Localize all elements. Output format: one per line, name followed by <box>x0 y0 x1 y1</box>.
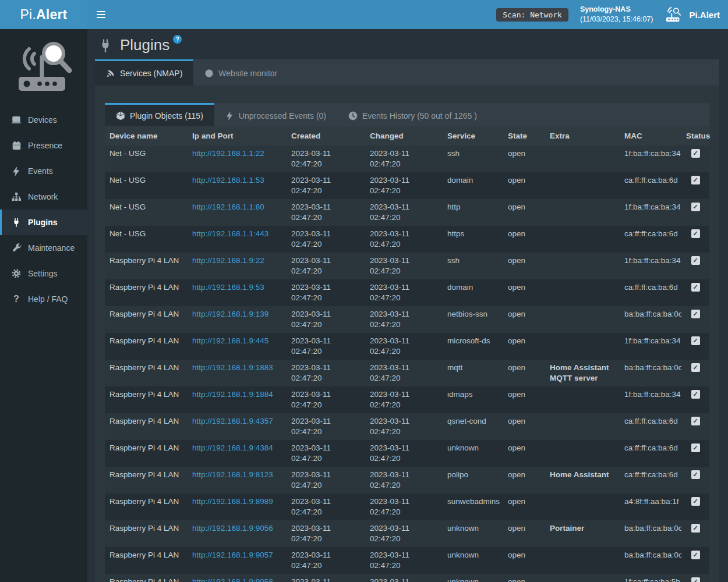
device-name-cell: Raspberry Pi 4 LAN <box>105 574 188 582</box>
sidebar-item-network[interactable]: Network <box>0 184 87 210</box>
ip-port-link[interactable]: http://192.168.1.9:9057 <box>192 551 273 559</box>
created-cell: 2023-03-11 02:47:20 <box>287 172 365 199</box>
status-checkbox[interactable] <box>691 524 700 533</box>
ip-port-link[interactable]: http://192.168.1.9:1884 <box>192 390 273 399</box>
column-header-created[interactable]: Created <box>287 126 365 146</box>
table-row: Net - USG http://192.168.1.1:22 2023-03-… <box>105 146 709 172</box>
status-checkbox[interactable] <box>691 577 700 582</box>
table-row: Net - USG http://192.168.1.1:80 2023-03-… <box>105 199 709 226</box>
table-row: Net - USG http://192.168.1.1:443 2023-03… <box>105 226 709 253</box>
brand-prefix: Pi. <box>20 7 36 23</box>
sidebar-item-events[interactable]: Events <box>0 158 87 184</box>
service-cell: qsnet-cond <box>443 413 503 440</box>
device-name-cell: Net - USG <box>105 226 188 253</box>
status-checkbox[interactable] <box>691 336 700 345</box>
device-name-cell: Raspberry Pi 4 LAN <box>105 279 188 306</box>
column-header-device-name[interactable]: Device name <box>105 126 188 146</box>
ip-port-link[interactable]: http://192.168.1.9:8989 <box>192 497 273 506</box>
state-cell: open <box>503 279 545 306</box>
sidebar-item-devices[interactable]: Devices <box>0 107 87 133</box>
status-checkbox[interactable] <box>691 497 700 506</box>
ip-port-link[interactable]: http://192.168.1.9:4384 <box>192 443 273 452</box>
ip-port-link[interactable]: http://192.168.1.9:53 <box>192 283 264 292</box>
subtab-plugin-objects[interactable]: Plugin Objects (115) <box>105 103 214 126</box>
signal-icon <box>106 69 115 78</box>
status-checkbox[interactable] <box>691 229 700 238</box>
ip-port-link[interactable]: http://192.168.1.9:9058 <box>192 577 273 582</box>
sidebar-toggle-button[interactable] <box>87 0 114 29</box>
column-header-state[interactable]: State <box>503 126 545 146</box>
status-checkbox[interactable] <box>691 551 700 559</box>
column-header-extra[interactable]: Extra <box>545 126 620 146</box>
status-checkbox[interactable] <box>691 310 700 318</box>
column-header-service[interactable]: Service <box>443 126 503 146</box>
tab-website-monitor[interactable]: Website monitor <box>193 59 288 86</box>
device-name-cell: Raspberry Pi 4 LAN <box>105 386 188 413</box>
changed-cell: 2023-03-11 02:47:20 <box>365 306 443 333</box>
subtab-unprocessed-events[interactable]: Unprocessed Events (0) <box>214 103 337 126</box>
status-checkbox[interactable] <box>691 363 700 372</box>
ip-port-link[interactable]: http://192.168.1.9:8123 <box>192 470 273 479</box>
extra-cell <box>545 226 620 253</box>
ip-port-link[interactable]: http://192.168.1.1:80 <box>192 203 264 211</box>
status-checkbox[interactable] <box>691 256 700 265</box>
header-brand[interactable]: Pi.Alert <box>665 6 720 23</box>
column-header-ip-port[interactable]: Ip and Port <box>188 126 287 146</box>
ip-port-link[interactable]: http://192.168.1.9:445 <box>192 336 268 345</box>
service-cell: unknown <box>443 520 503 547</box>
status-checkbox[interactable] <box>691 203 700 211</box>
sidebar-item-help[interactable]: ? Help / FAQ <box>0 286 87 312</box>
column-header-changed[interactable]: Changed <box>365 126 443 146</box>
service-cell: unknown <box>443 440 503 467</box>
service-cell: idmaps <box>443 386 503 413</box>
table-header-row: Device name Ip and Port Created Changed … <box>105 126 709 146</box>
extra-cell <box>545 279 620 306</box>
extra-cell: Home Assistant <box>545 467 620 494</box>
help-badge[interactable]: ? <box>173 35 182 44</box>
sidebar-item-presence[interactable]: Presence <box>0 133 87 158</box>
status-checkbox[interactable] <box>691 390 700 399</box>
subtab-events-history[interactable]: Events History (50 out of 1265 ) <box>337 103 488 126</box>
sidebar-item-plugins[interactable]: Plugins <box>0 210 87 235</box>
state-cell: open <box>503 574 545 582</box>
created-cell: 2023-03-11 02:47:20 <box>287 253 365 279</box>
changed-cell: 2023-03-11 02:47:20 <box>365 386 443 413</box>
sidebar-item-maintenance[interactable]: Maintenance <box>0 235 87 261</box>
wrench-icon <box>12 243 22 253</box>
ip-port-link[interactable]: http://192.168.1.9:9056 <box>192 524 273 533</box>
ip-port-link[interactable]: http://192.168.1.1:22 <box>192 149 264 158</box>
brand-logo[interactable]: Pi.Alert <box>0 0 87 29</box>
column-header-status[interactable]: Status <box>681 126 709 146</box>
table-row: Net - USG http://192.168.1.1:53 2023-03-… <box>105 172 709 199</box>
status-checkbox[interactable] <box>691 176 700 184</box>
table-row: Raspberry Pi 4 LAN http://192.168.1.9:43… <box>105 413 709 440</box>
changed-cell: 2023-03-11 02:47:20 <box>365 547 443 574</box>
status-checkbox[interactable] <box>691 443 700 452</box>
extra-cell <box>545 386 620 413</box>
ip-port-link[interactable]: http://192.168.1.1:53 <box>192 176 264 184</box>
extra-cell <box>545 413 620 440</box>
brand-suffix: Alert <box>36 7 67 23</box>
device-name-cell: Raspberry Pi 4 LAN <box>105 333 188 360</box>
ip-port-link[interactable]: http://192.168.1.9:4357 <box>192 417 273 425</box>
sidebar-menu: Devices Presence Events Network <box>0 107 87 312</box>
sidebar-item-settings[interactable]: Settings <box>0 261 87 286</box>
ip-port-link[interactable]: http://192.168.1.9:1883 <box>192 363 273 372</box>
ip-port-link[interactable]: http://192.168.1.9:22 <box>192 256 264 265</box>
sitemap-icon <box>11 191 22 202</box>
status-checkbox[interactable] <box>691 470 700 479</box>
mac-cell: 1f:ba:ff:ca:ba:34 <box>620 333 681 360</box>
extra-cell <box>545 440 620 467</box>
status-checkbox[interactable] <box>691 149 700 158</box>
ip-port-link[interactable]: http://192.168.1.1:443 <box>192 229 268 238</box>
extra-cell: Portainer <box>545 520 620 547</box>
column-header-mac[interactable]: MAC <box>620 126 681 146</box>
table-row: Raspberry Pi 4 LAN http://192.168.1.9:53… <box>105 279 709 306</box>
status-checkbox[interactable] <box>691 283 700 292</box>
status-checkbox[interactable] <box>691 417 700 425</box>
device-name-cell: Raspberry Pi 4 LAN <box>105 360 188 386</box>
ip-port-link[interactable]: http://192.168.1.9:139 <box>192 310 268 318</box>
plug-icon <box>98 38 112 54</box>
tab-services-nmap[interactable]: Services (NMAP) <box>95 59 193 86</box>
table-row: Raspberry Pi 4 LAN http://192.168.1.9:89… <box>105 494 709 520</box>
